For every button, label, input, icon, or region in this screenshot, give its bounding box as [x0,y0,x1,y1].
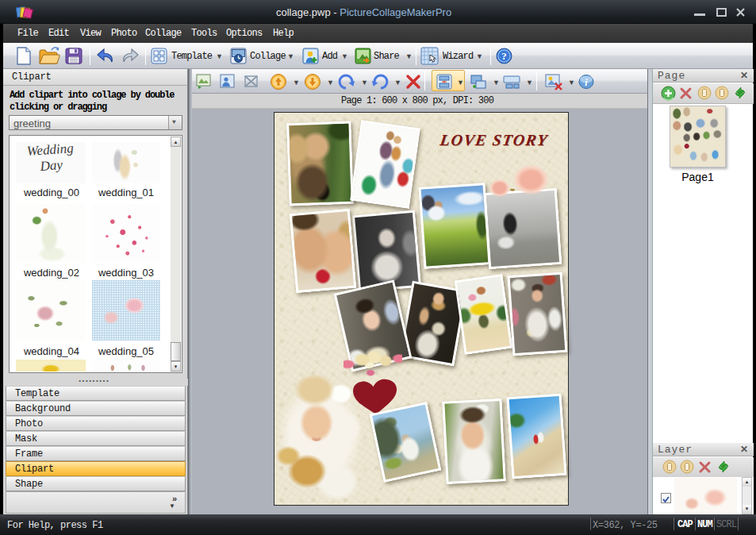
svg-text:?: ? [501,50,507,62]
